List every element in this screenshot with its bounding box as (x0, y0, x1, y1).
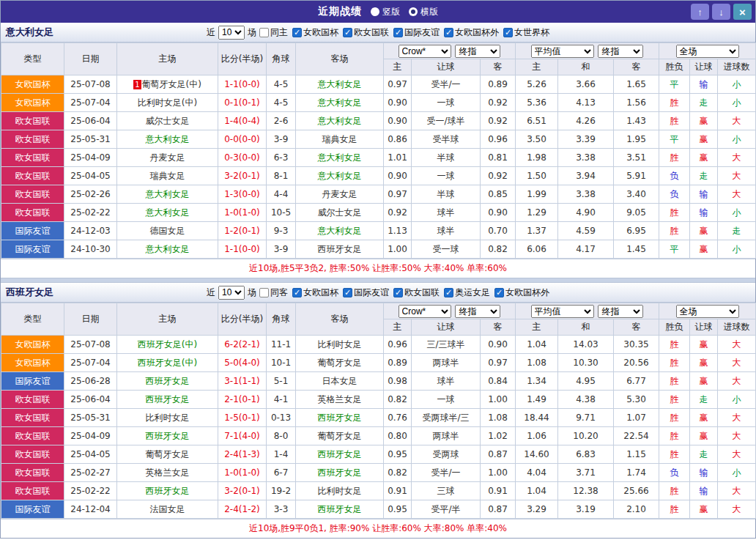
match-count-select[interactable]: 10 (218, 26, 245, 40)
filter-checkbox[interactable]: ✓女欧国杯外 (494, 286, 549, 299)
odds-company-select[interactable]: Crow* (399, 45, 451, 58)
corner-count: 8-0 (267, 427, 296, 445)
match-scope-select[interactable]: 全场 (676, 45, 739, 58)
euro-draw-odds: 10.30 (558, 354, 614, 372)
filter-checkbox[interactable]: 同主 (259, 26, 288, 39)
result-handicap: 赢 (690, 240, 718, 259)
euro-home-odds: 1.06 (516, 427, 558, 445)
subcol-euro-draw: 和 (558, 319, 614, 336)
asia-away-odds: 0.92 (481, 94, 516, 112)
euro-away-odds: 1.56 (614, 94, 659, 112)
score-halftime: 6-2(2-1) (218, 336, 267, 354)
subcol-asia-handicap: 让球 (412, 59, 481, 75)
result-wdl: 胜 (659, 149, 690, 167)
avg-final-select[interactable]: 终指 (598, 305, 643, 318)
asia-away-odds: 1.00 (481, 391, 516, 409)
filter-checkbox[interactable]: ✓女欧国杯外 (444, 26, 499, 39)
col-header-score: 比分(半场) (218, 43, 267, 75)
checkbox-label: 欧女国联 (404, 286, 440, 299)
asia-away-odds: 0.91 (481, 482, 516, 500)
odds-final-select[interactable]: 终指 (455, 305, 500, 318)
spain-section: 西班牙女足 近 10 场 同客✓女欧国杯✓国际友谊✓欧女国联✓奥运女足✓女欧国杯… (1, 283, 755, 538)
euro-draw-odds: 3.71 (558, 464, 614, 482)
asia-handicap: 一球 (412, 167, 481, 185)
score-halftime: 0-1(0-1) (218, 94, 267, 112)
filter-checkbox[interactable]: ✓国际友谊 (343, 286, 389, 299)
layout-radio-horizontal[interactable]: 横版 (409, 6, 438, 18)
corner-count: 0-13 (267, 409, 296, 427)
odds-final-select[interactable]: 终指 (455, 45, 500, 58)
asia-handicap: 受半/一 (412, 75, 481, 94)
result-handicap: 赢 (690, 130, 718, 149)
recent-results-panel: 近期战绩 竖版 横版 ↑ ↓ × 意大利女足 近 10 场 同主✓女欧国杯✓欧女… (0, 0, 756, 539)
result-handicap: 赢 (690, 112, 718, 130)
filter-checkbox[interactable]: ✓欧女国联 (343, 26, 389, 39)
avg-company-select[interactable]: 平均值 (531, 305, 594, 318)
euro-home-odds: 1.50 (516, 167, 558, 185)
asia-handicap: 受一/球半 (412, 112, 481, 130)
odds-company-select[interactable]: Crow* (399, 305, 451, 318)
match-type-badge: 欧女国联 (1, 185, 64, 204)
result-goals: 大 (718, 354, 756, 372)
match-row: 欧女国联25-05-31意大利女足0-0(0-0)3-9瑞典女足0.86受半球0… (1, 130, 756, 149)
result-goals: 大 (718, 445, 756, 464)
away-team: 意大利女足 (296, 149, 384, 167)
result-goals: 小 (718, 75, 756, 94)
match-row: 国际友谊24-12-04法国女足2-4(1-2)3-3西班牙女足0.95受平/半… (1, 500, 756, 519)
move-down-button[interactable]: ↓ (712, 4, 730, 20)
close-icon: × (739, 6, 746, 18)
score-halftime: 1-0(1-0) (218, 464, 267, 482)
filter-checkbox[interactable]: ✓奥运女足 (444, 286, 490, 299)
subcol-euro-home: 主 (516, 319, 558, 336)
home-team: 西班牙女足(中) (117, 354, 218, 372)
euro-draw-odds: 6.83 (558, 445, 614, 464)
asia-away-odds: 0.87 (481, 445, 516, 464)
move-up-button[interactable]: ↑ (691, 4, 709, 20)
asia-home-odds: 0.82 (384, 464, 412, 482)
euro-home-odds: 1.98 (516, 149, 558, 167)
filter-checkbox[interactable]: ✓国际友谊 (393, 26, 440, 39)
match-type-badge: 欧女国联 (1, 391, 64, 409)
summary-line: 近10场,胜9平0负1, 胜率:90% 让胜率:60% 大率:80% 单率:40… (1, 519, 755, 538)
col-header-home: 主场 (117, 43, 218, 75)
match-count-select[interactable]: 10 (218, 286, 245, 300)
asia-away-odds: 0.90 (481, 204, 516, 222)
home-team: 比利时女足 (117, 409, 218, 427)
result-handicap: 走 (690, 445, 718, 464)
recent-count-label: 近 (207, 286, 215, 299)
subcol-result-wdl: 胜负 (659, 319, 690, 336)
asia-away-odds: 0.89 (481, 75, 516, 94)
score-halftime: 2-4(1-3) (218, 445, 267, 464)
filter-checkbox[interactable]: ✓女欧国杯 (292, 26, 338, 39)
corner-count: 4-5 (267, 75, 296, 94)
avg-company-select[interactable]: 平均值 (531, 45, 594, 58)
asia-home-odds: 0.90 (384, 94, 412, 112)
filter-checkbox[interactable]: ✓女世界杯 (503, 26, 549, 39)
match-type-badge: 女欧国杯 (1, 75, 64, 94)
match-scope-select[interactable]: 全场 (676, 305, 739, 318)
euro-away-odds: 1.07 (614, 409, 659, 427)
euro-draw-odds: 4.26 (558, 112, 614, 130)
matches-label: 场 (248, 26, 256, 39)
filter-checkbox[interactable]: ✓女欧国杯 (292, 286, 338, 299)
subcol-euro-home: 主 (516, 59, 558, 75)
asia-home-odds: 0.89 (384, 354, 412, 372)
avg-final-select[interactable]: 终指 (598, 45, 643, 58)
checkbox-checked-icon: ✓ (343, 288, 352, 297)
layout-radio-vertical[interactable]: 竖版 (371, 6, 400, 18)
euro-home-odds: 1.04 (516, 482, 558, 500)
match-date: 24-12-03 (64, 222, 117, 240)
filter-checkbox[interactable]: 同客 (259, 286, 288, 299)
match-row: 欧女国联25-02-22意大利女足1-0(1-0)10-5威尔士女足0.92球半… (1, 204, 756, 222)
euro-draw-odds: 12.38 (558, 482, 614, 500)
close-button[interactable]: × (733, 4, 752, 20)
away-team: 葡萄牙女足 (296, 427, 384, 445)
result-goals: 大 (718, 482, 756, 500)
euro-draw-odds: 3.94 (558, 167, 614, 185)
result-wdl: 负 (659, 185, 690, 204)
filter-checkbox[interactable]: ✓欧女国联 (393, 286, 440, 299)
asia-handicap: 三/三球半 (412, 336, 481, 354)
section-team-title: 意大利女足 (1, 26, 53, 39)
match-type-badge: 欧女国联 (1, 167, 64, 185)
euro-home-odds: 1.34 (516, 372, 558, 391)
